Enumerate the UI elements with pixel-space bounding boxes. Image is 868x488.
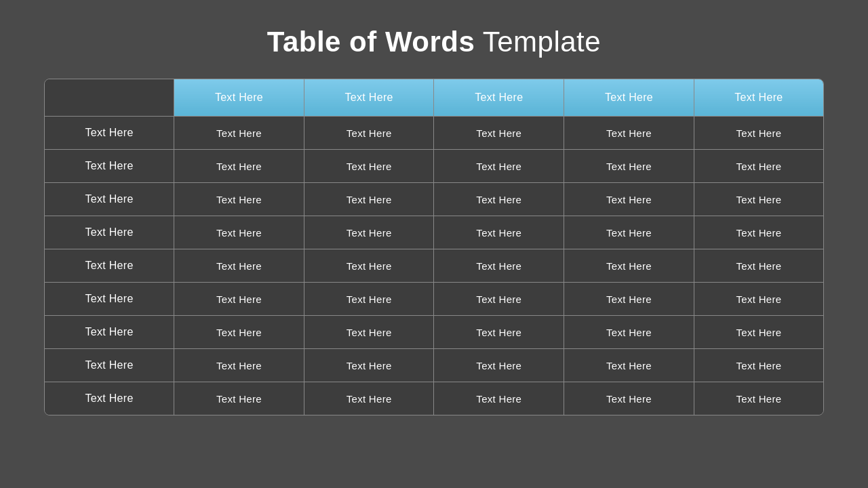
cell-r5-c1: Text Here	[174, 283, 304, 316]
cell-r1-c4: Text Here	[564, 150, 694, 183]
cell-r7-c4: Text Here	[564, 349, 694, 382]
cell-r3-c5: Text Here	[694, 216, 823, 249]
cell-r7-c2: Text Here	[304, 349, 434, 382]
words-table: Text Here Text Here Text Here Text Here …	[45, 79, 823, 415]
header-col-3: Text Here	[434, 79, 564, 117]
cell-r1-c3: Text Here	[434, 150, 564, 183]
cell-r3-c4: Text Here	[564, 216, 694, 249]
cell-r1-c1: Text Here	[174, 150, 304, 183]
header-col-5: Text Here	[694, 79, 823, 117]
cell-r6-c0: Text Here	[45, 316, 174, 349]
header-col-0	[45, 79, 174, 117]
cell-r4-c5: Text Here	[694, 249, 823, 283]
cell-r3-c2: Text Here	[304, 216, 434, 249]
header-col-1: Text Here	[174, 79, 304, 117]
table-row: Text HereText HereText HereText HereText…	[45, 183, 823, 216]
cell-r5-c0: Text Here	[45, 283, 174, 316]
cell-r2-c4: Text Here	[564, 183, 694, 216]
cell-r6-c3: Text Here	[434, 316, 564, 349]
table-header-row: Text Here Text Here Text Here Text Here …	[45, 79, 823, 117]
cell-r0-c5: Text Here	[694, 117, 823, 150]
cell-r0-c3: Text Here	[434, 117, 564, 150]
cell-r8-c1: Text Here	[174, 382, 304, 415]
cell-r7-c3: Text Here	[434, 349, 564, 382]
cell-r2-c0: Text Here	[45, 183, 174, 216]
cell-r4-c2: Text Here	[304, 249, 434, 283]
cell-r6-c4: Text Here	[564, 316, 694, 349]
table-container: Text Here Text Here Text Here Text Here …	[44, 79, 824, 415]
table-row: Text HereText HereText HereText HereText…	[45, 117, 823, 150]
cell-r2-c5: Text Here	[694, 183, 823, 216]
cell-r0-c0: Text Here	[45, 117, 174, 150]
table-row: Text HereText HereText HereText HereText…	[45, 349, 823, 382]
cell-r7-c0: Text Here	[45, 349, 174, 382]
title-regular: Template	[475, 26, 601, 58]
cell-r4-c1: Text Here	[174, 249, 304, 283]
cell-r1-c0: Text Here	[45, 150, 174, 183]
cell-r8-c5: Text Here	[694, 382, 823, 415]
cell-r6-c1: Text Here	[174, 316, 304, 349]
cell-r8-c2: Text Here	[304, 382, 434, 415]
cell-r4-c3: Text Here	[434, 249, 564, 283]
cell-r2-c1: Text Here	[174, 183, 304, 216]
cell-r8-c0: Text Here	[45, 382, 174, 415]
cell-r5-c5: Text Here	[694, 283, 823, 316]
cell-r5-c4: Text Here	[564, 283, 694, 316]
cell-r5-c2: Text Here	[304, 283, 434, 316]
cell-r3-c0: Text Here	[45, 216, 174, 249]
table-row: Text HereText HereText HereText HereText…	[45, 150, 823, 183]
cell-r8-c4: Text Here	[564, 382, 694, 415]
cell-r3-c1: Text Here	[174, 216, 304, 249]
cell-r2-c2: Text Here	[304, 183, 434, 216]
page-title: Table of Words Template	[267, 26, 601, 58]
cell-r0-c1: Text Here	[174, 117, 304, 150]
cell-r7-c5: Text Here	[694, 349, 823, 382]
cell-r2-c3: Text Here	[434, 183, 564, 216]
title-bold: Table of Words	[267, 26, 475, 58]
table-row: Text HereText HereText HereText HereText…	[45, 216, 823, 249]
cell-r4-c0: Text Here	[45, 249, 174, 283]
header-col-4: Text Here	[564, 79, 694, 117]
table-row: Text HereText HereText HereText HereText…	[45, 316, 823, 349]
table-row: Text HereText HereText HereText HereText…	[45, 249, 823, 283]
cell-r0-c2: Text Here	[304, 117, 434, 150]
cell-r3-c3: Text Here	[434, 216, 564, 249]
cell-r1-c2: Text Here	[304, 150, 434, 183]
cell-r1-c5: Text Here	[694, 150, 823, 183]
cell-r4-c4: Text Here	[564, 249, 694, 283]
table-row: Text HereText HereText HereText HereText…	[45, 382, 823, 415]
header-col-2: Text Here	[304, 79, 434, 117]
cell-r0-c4: Text Here	[564, 117, 694, 150]
cell-r6-c5: Text Here	[694, 316, 823, 349]
cell-r5-c3: Text Here	[434, 283, 564, 316]
cell-r8-c3: Text Here	[434, 382, 564, 415]
table-row: Text HereText HereText HereText HereText…	[45, 283, 823, 316]
cell-r7-c1: Text Here	[174, 349, 304, 382]
cell-r6-c2: Text Here	[304, 316, 434, 349]
